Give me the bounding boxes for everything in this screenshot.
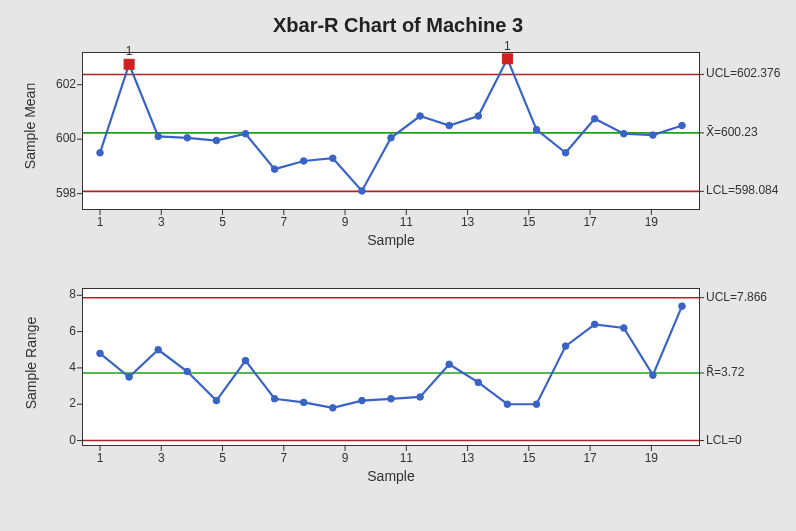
range-xtick: 11 [394, 451, 418, 465]
range-xtick: 7 [272, 451, 296, 465]
range-xtick: 9 [333, 451, 357, 465]
range-ytick: 2 [38, 396, 76, 410]
svg-point-14 [300, 158, 307, 165]
svg-point-16 [359, 188, 366, 195]
xbar-xtick: 7 [272, 215, 296, 229]
svg-point-56 [330, 405, 337, 412]
svg-point-20 [475, 113, 482, 120]
range-ytick: 0 [38, 433, 76, 447]
svg-point-17 [388, 135, 395, 142]
svg-text:1: 1 [504, 39, 511, 53]
svg-point-66 [621, 325, 628, 332]
range-ytick: 6 [38, 324, 76, 338]
xbar-xtick: 9 [333, 215, 357, 229]
svg-point-58 [388, 395, 395, 402]
svg-point-24 [562, 149, 569, 156]
xbar-ucl-label: UCL=602.376 [706, 66, 780, 80]
xbar-xtick: 15 [517, 215, 541, 229]
svg-point-49 [126, 374, 133, 381]
svg-point-54 [271, 395, 278, 402]
svg-point-63 [533, 401, 540, 408]
svg-point-25 [591, 115, 598, 122]
xbar-center-label: X̄=600.23 [706, 125, 758, 139]
svg-point-9 [155, 133, 162, 140]
chart-frame: Xbar-R Chart of Machine 3 Sample Mean Sa… [0, 0, 796, 531]
xbar-ytick: 602 [38, 77, 76, 91]
svg-point-28 [679, 122, 686, 129]
svg-point-48 [97, 350, 104, 357]
svg-point-62 [504, 401, 511, 408]
svg-point-68 [679, 303, 686, 310]
xbar-xtick: 5 [211, 215, 235, 229]
xbar-lcl-label: LCL=598.084 [706, 183, 778, 197]
svg-text:1: 1 [126, 44, 133, 58]
svg-point-67 [650, 372, 657, 379]
range-center-label: R̄=3.72 [706, 365, 744, 379]
svg-point-55 [300, 399, 307, 406]
svg-point-59 [417, 394, 424, 401]
range-xtick: 13 [456, 451, 480, 465]
svg-point-10 [184, 135, 191, 142]
svg-point-27 [650, 132, 657, 139]
range-xtick: 3 [149, 451, 173, 465]
range-xlabel: Sample [82, 468, 700, 484]
xbar-xtick: 19 [639, 215, 663, 229]
svg-rect-21 [502, 54, 512, 64]
svg-point-15 [330, 155, 337, 162]
range-ytick: 8 [38, 287, 76, 301]
svg-point-52 [213, 397, 220, 404]
svg-point-12 [242, 130, 249, 137]
range-xtick: 19 [639, 451, 663, 465]
svg-point-57 [359, 397, 366, 404]
svg-point-65 [591, 321, 598, 328]
xbar-xtick: 3 [149, 215, 173, 229]
svg-point-64 [562, 343, 569, 350]
svg-point-18 [417, 113, 424, 120]
svg-point-50 [155, 346, 162, 353]
xbar-xtick: 1 [88, 215, 112, 229]
svg-point-6 [97, 149, 104, 156]
svg-point-19 [446, 122, 453, 129]
svg-point-60 [446, 361, 453, 368]
svg-point-23 [533, 126, 540, 133]
range-lcl-label: LCL=0 [706, 433, 742, 447]
svg-rect-7 [124, 59, 134, 69]
svg-point-61 [475, 379, 482, 386]
range-xtick: 5 [211, 451, 235, 465]
xbar-xlabel: Sample [82, 232, 700, 248]
range-ytick: 4 [38, 360, 76, 374]
xbar-xtick: 17 [578, 215, 602, 229]
svg-point-13 [271, 166, 278, 173]
range-xtick: 1 [88, 451, 112, 465]
range-xtick: 15 [517, 451, 541, 465]
xbar-ytick: 600 [38, 131, 76, 145]
xbar-xtick: 13 [456, 215, 480, 229]
xbar-ytick: 598 [38, 186, 76, 200]
xbar-xtick: 11 [394, 215, 418, 229]
svg-point-53 [242, 357, 249, 364]
range-xtick: 17 [578, 451, 602, 465]
svg-point-51 [184, 368, 191, 375]
svg-point-26 [621, 130, 628, 137]
svg-point-11 [213, 137, 220, 144]
range-ucl-label: UCL=7.866 [706, 290, 767, 304]
